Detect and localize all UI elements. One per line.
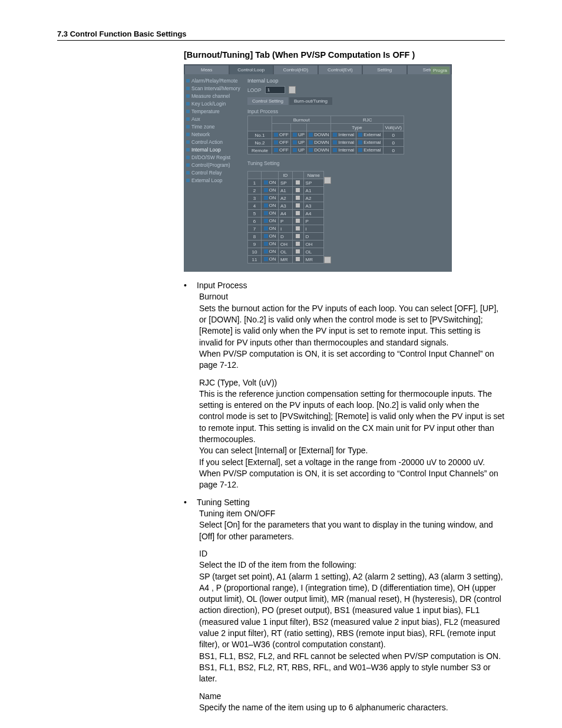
sidebar-item[interactable]: Scan Interval/Memory bbox=[186, 84, 240, 92]
tuning-on-cell[interactable]: ON bbox=[262, 248, 279, 256]
input-process-heading: Input Process bbox=[197, 280, 247, 291]
tuning-id-cell[interactable]: OL bbox=[279, 248, 293, 256]
rjc-internal-cell[interactable]: Internal bbox=[331, 131, 356, 139]
tuning-id-cell[interactable]: A3 bbox=[279, 202, 293, 210]
top-tab-bar: MeasControl:LoopControl(HD)Control(Evt)S… bbox=[184, 64, 452, 74]
sidebar-item[interactable]: Internal Loop bbox=[186, 146, 240, 153]
top-tab[interactable]: Setting bbox=[363, 65, 406, 74]
burnout-heading: Burnout bbox=[199, 291, 505, 302]
tuning-dd-icon[interactable] bbox=[292, 256, 303, 263]
burnout-down-cell[interactable]: DOWN bbox=[307, 147, 331, 154]
tuning-on-cell[interactable]: ON bbox=[262, 210, 279, 218]
tuning-name-cell[interactable]: MR bbox=[303, 256, 323, 263]
tuning-name-cell[interactable]: A3 bbox=[303, 202, 323, 210]
tuning-on-cell[interactable]: ON bbox=[262, 202, 279, 210]
tuning-on-cell[interactable]: ON bbox=[262, 256, 279, 263]
tuning-on-cell[interactable]: ON bbox=[262, 179, 279, 187]
tuning-on-cell[interactable]: ON bbox=[262, 225, 279, 233]
top-tab[interactable]: Control(HD) bbox=[274, 65, 318, 74]
tuning-dd-icon[interactable] bbox=[292, 233, 303, 241]
tuning-onoff-para: Select [On] for the parameters that you … bbox=[199, 519, 505, 542]
burnout-up-cell[interactable]: UP bbox=[291, 131, 307, 139]
loop-value[interactable]: 1 bbox=[265, 86, 285, 94]
tuning-name-cell[interactable]: A2 bbox=[303, 195, 323, 202]
sidebar-item[interactable]: DI/DO/SW Regist bbox=[186, 153, 240, 161]
burnout-down-cell[interactable]: DOWN bbox=[307, 139, 331, 147]
sidebar-item[interactable]: Network bbox=[186, 130, 240, 138]
tuning-dd-icon[interactable] bbox=[292, 195, 303, 202]
sidebar-item[interactable]: Measure channel bbox=[186, 92, 240, 100]
tuning-id-cell[interactable]: A1 bbox=[279, 187, 293, 195]
tuning-dd-icon[interactable] bbox=[292, 202, 303, 210]
burnout-row: No.2OFFUPDOWNInternalExternal0 bbox=[248, 139, 404, 147]
rjc-external-cell[interactable]: External bbox=[356, 147, 383, 154]
tuning-id-cell[interactable]: I bbox=[279, 225, 293, 233]
sidebar-item[interactable]: Control Relay bbox=[186, 169, 240, 176]
tuning-id-cell[interactable]: P bbox=[279, 218, 293, 225]
tuning-row-num: 10 bbox=[248, 248, 262, 256]
sidebar-item[interactable]: Control(Program) bbox=[186, 161, 240, 169]
scroll-up-icon[interactable] bbox=[324, 177, 331, 184]
tuning-dd-icon[interactable] bbox=[292, 241, 303, 248]
tuning-dd-icon[interactable] bbox=[292, 187, 303, 195]
rjc-external-cell[interactable]: External bbox=[356, 131, 383, 139]
tuning-id-cell[interactable]: OH bbox=[279, 241, 293, 248]
top-tab[interactable]: Control:Loop bbox=[230, 65, 273, 74]
rjc-volt-cell[interactable]: 0 bbox=[383, 139, 404, 147]
tuning-name-cell[interactable]: I bbox=[303, 225, 323, 233]
bullet-icon: • bbox=[184, 280, 190, 291]
rjc-volt-cell[interactable]: 0 bbox=[383, 147, 404, 154]
tuning-id-cell[interactable]: D bbox=[279, 233, 293, 241]
tuning-id-cell[interactable]: A4 bbox=[279, 210, 293, 218]
sidebar-item[interactable]: Time zone bbox=[186, 123, 240, 130]
tuning-name-cell[interactable]: D bbox=[303, 233, 323, 241]
loop-dropdown-icon[interactable] bbox=[289, 86, 296, 94]
tuning-id-cell[interactable]: SP bbox=[279, 179, 293, 187]
tuning-dd-icon[interactable] bbox=[292, 225, 303, 233]
tuning-dd-icon[interactable] bbox=[292, 179, 303, 187]
sidebar-item[interactable]: Control Action bbox=[186, 138, 240, 146]
tuning-name-cell[interactable]: OL bbox=[303, 248, 323, 256]
burnout-off-cell[interactable]: OFF bbox=[272, 139, 291, 147]
tuning-on-cell[interactable]: ON bbox=[262, 241, 279, 248]
tuning-id-cell[interactable]: A2 bbox=[279, 195, 293, 202]
burnout-off-cell[interactable]: OFF bbox=[272, 147, 291, 154]
sidebar-item[interactable]: Key Lock/Login bbox=[186, 100, 240, 107]
tuning-row: 6ONPP bbox=[248, 218, 324, 225]
burnout-up-cell[interactable]: UP bbox=[291, 147, 307, 154]
rjc-internal-cell[interactable]: Internal bbox=[331, 147, 356, 154]
tuning-on-cell[interactable]: ON bbox=[262, 187, 279, 195]
tuning-dd-icon[interactable] bbox=[292, 210, 303, 218]
tuning-on-cell[interactable]: ON bbox=[262, 233, 279, 241]
tuning-name-cell[interactable]: SP bbox=[303, 179, 323, 187]
tuning-setting-label: Tuning Setting bbox=[247, 160, 447, 166]
sidebar-item[interactable]: Aux bbox=[186, 115, 240, 123]
tuning-name-cell[interactable]: P bbox=[303, 218, 323, 225]
rjc-heading: RJC (Type, Volt (uV)) bbox=[199, 377, 505, 388]
top-tab[interactable]: Control(Evt) bbox=[319, 65, 362, 74]
top-tab[interactable]: Meas bbox=[185, 65, 229, 74]
rjc-external-cell[interactable]: External bbox=[356, 139, 383, 147]
sidebar-item[interactable]: Alarm/Relay/Remote bbox=[186, 77, 240, 84]
burnout-down-cell[interactable]: DOWN bbox=[307, 131, 331, 139]
burnout-up-cell[interactable]: UP bbox=[291, 139, 307, 147]
scroll-down-icon[interactable] bbox=[324, 256, 331, 263]
sidebar: Alarm/Relay/RemoteScan Interval/MemoryMe… bbox=[184, 74, 243, 266]
tuning-name-cell[interactable]: A4 bbox=[303, 210, 323, 218]
rjc-internal-cell[interactable]: Internal bbox=[331, 139, 356, 147]
tuning-name-cell[interactable]: OH bbox=[303, 241, 323, 248]
sub-tab[interactable]: Burn-out/Tuning bbox=[289, 97, 332, 105]
tuning-id-header: ID bbox=[279, 172, 293, 179]
rjc-para-3: If you select [External], set a voltage … bbox=[199, 457, 505, 468]
tuning-name-cell[interactable]: A1 bbox=[303, 187, 323, 195]
tuning-on-cell[interactable]: ON bbox=[262, 195, 279, 202]
tuning-dd-icon[interactable] bbox=[292, 218, 303, 225]
burnout-off-cell[interactable]: OFF bbox=[272, 131, 291, 139]
rjc-volt-cell[interactable]: 0 bbox=[383, 131, 404, 139]
tuning-id-cell[interactable]: MR bbox=[279, 256, 293, 263]
sidebar-item[interactable]: Temperature bbox=[186, 107, 240, 115]
tuning-dd-icon[interactable] bbox=[292, 248, 303, 256]
sidebar-item[interactable]: External Loop bbox=[186, 176, 240, 184]
tuning-on-cell[interactable]: ON bbox=[262, 218, 279, 225]
sub-tab[interactable]: Control Setting bbox=[247, 97, 288, 105]
